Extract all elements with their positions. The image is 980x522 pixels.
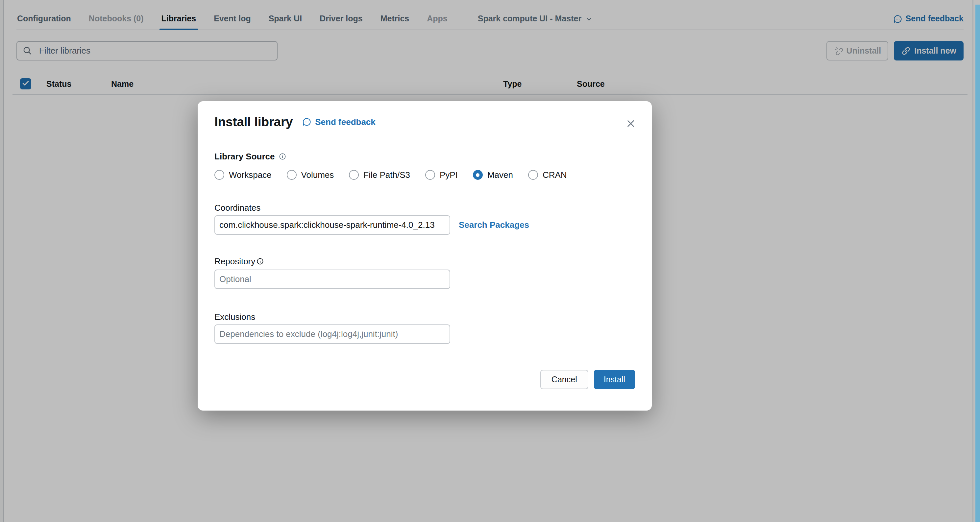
info-icon[interactable] (278, 152, 286, 160)
close-icon[interactable] (624, 117, 637, 130)
install-library-modal: Install library Send feedback Library So… (198, 101, 652, 411)
library-source-text: Library Source (215, 152, 275, 162)
library-source-label: Library Source (215, 152, 635, 162)
exclusions-label: Exclusions (215, 312, 635, 322)
send-feedback-label-modal: Send feedback (315, 117, 375, 127)
modal-divider (215, 142, 635, 142)
modal-title: Install library (215, 115, 293, 129)
repository-text: Repository (215, 256, 255, 266)
repository-input[interactable] (215, 270, 450, 289)
radio-label: Workspace (229, 170, 272, 180)
radio-label: Volumes (301, 170, 334, 180)
cancel-button[interactable]: Cancel (540, 370, 588, 389)
radio-volumes[interactable]: Volumes (287, 170, 334, 180)
repository-label: Repository (215, 256, 635, 266)
exclusions-row (215, 324, 635, 344)
scrollbar-track-border (972, 0, 974, 522)
radio-icon (215, 170, 224, 180)
radio-label: PyPI (440, 170, 458, 180)
radio-icon (528, 170, 538, 180)
radio-pypi[interactable]: PyPI (425, 170, 458, 180)
radio-icon (349, 170, 359, 180)
exclusions-input[interactable] (215, 324, 450, 344)
radio-maven[interactable]: Maven (473, 170, 513, 180)
radio-file-path-s3[interactable]: File Path/S3 (349, 170, 410, 180)
coordinates-row: Search Packages (215, 215, 635, 235)
radio-label: Maven (487, 170, 513, 180)
exclusions-text: Exclusions (215, 312, 255, 322)
scrollbar-thumb[interactable] (975, 5, 980, 522)
library-source-options: Workspace Volumes File Path/S3 PyPI Mave… (215, 170, 635, 180)
search-packages-link[interactable]: Search Packages (459, 220, 529, 230)
coordinates-input[interactable] (215, 215, 450, 235)
radio-icon (473, 170, 483, 180)
radio-workspace[interactable]: Workspace (215, 170, 272, 180)
radio-icon (425, 170, 435, 180)
install-button[interactable]: Install (594, 370, 635, 389)
info-icon[interactable] (256, 257, 264, 265)
radio-cran[interactable]: CRAN (528, 170, 567, 180)
modal-actions: Cancel Install (215, 370, 635, 389)
modal-header: Install library Send feedback (215, 101, 635, 130)
send-feedback-link-modal[interactable]: Send feedback (302, 117, 375, 127)
radio-icon (287, 170, 297, 180)
speech-bubble-icon (302, 117, 312, 127)
coordinates-text: Coordinates (215, 203, 261, 213)
coordinates-label: Coordinates (215, 203, 635, 213)
radio-label: File Path/S3 (363, 170, 410, 180)
repository-row (215, 270, 635, 289)
radio-label: CRAN (542, 170, 567, 180)
